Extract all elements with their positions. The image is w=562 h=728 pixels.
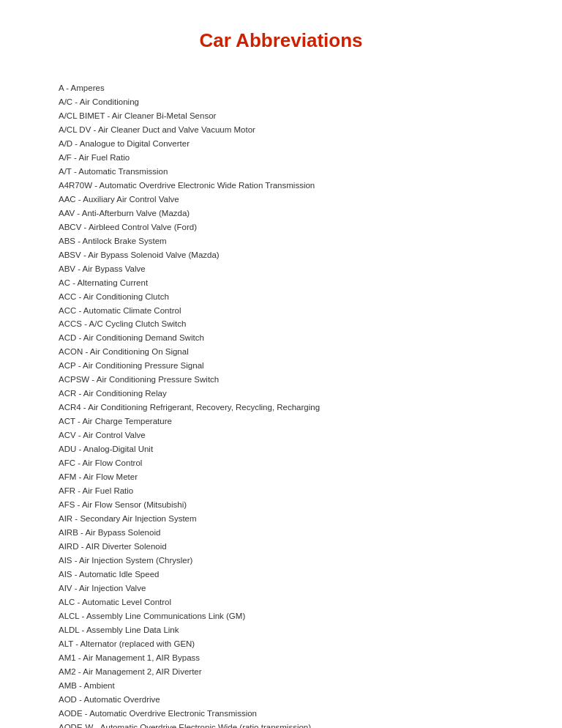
list-item: ACR4 - Air Conditioning Refrigerant, Rec… — [59, 401, 503, 415]
list-item: ACV - Air Control Valve — [59, 428, 503, 442]
list-item: AIR - Secondary Air Injection System — [59, 512, 503, 526]
list-item: ABCV - Airbleed Control Valve (Ford) — [59, 220, 503, 234]
list-item: AODE-W - Automatic Overdrive Electronic … — [59, 721, 503, 728]
list-item: AM2 - Air Management 2, AIR Diverter — [59, 665, 503, 679]
list-item: A - Amperes — [59, 81, 503, 95]
list-item: ALCL - Assembly Line Communications Link… — [59, 609, 503, 623]
page-container: Car Abbreviations A - AmperesA/C - Air C… — [0, 0, 562, 728]
list-item: AFM - Air Flow Meter — [59, 470, 503, 484]
list-item: AFR - Air Fuel Ratio — [59, 484, 503, 498]
list-item: ADU - Analog-Digital Unit — [59, 442, 503, 456]
list-item: AMB - Ambient — [59, 679, 503, 693]
list-item: ACP - Air Conditioning Pressure Signal — [59, 359, 503, 373]
list-item: ACPSW - Air Conditioning Pressure Switch — [59, 373, 503, 387]
list-item: A/CL BIMET - Air Cleaner Bi-Metal Sensor — [59, 109, 503, 123]
list-item: AODE - Automatic Overdrive Electronic Tr… — [59, 707, 503, 721]
list-item: AFC - Air Flow Control — [59, 456, 503, 470]
list-item: ALT - Alternator (replaced with GEN) — [59, 637, 503, 651]
list-item: A/T - Automatic Transmission — [59, 165, 503, 179]
list-item: AIRB - Air Bypass Solenoid — [59, 526, 503, 540]
list-item: ACON - Air Conditioning On Signal — [59, 345, 503, 359]
list-item: A/D - Analogue to Digital Converter — [59, 137, 503, 151]
page-title: Car Abbreviations — [59, 29, 503, 52]
list-item: ACCS - A/C Cycling Clutch Switch — [59, 317, 503, 331]
list-item: AIV - Air Injection Valve — [59, 582, 503, 595]
abbreviations-list: A - AmperesA/C - Air ConditioningA/CL BI… — [59, 81, 503, 728]
list-item: AC - Alternating Current — [59, 276, 503, 290]
list-item: AAV - Anti-Afterburn Valve (Mazda) — [59, 207, 503, 220]
list-item: ACD - Air Conditioning Demand Switch — [59, 331, 503, 345]
list-item: ABSV - Air Bypass Solenoid Valve (Mazda) — [59, 248, 503, 262]
list-item: ALC - Automatic Level Control — [59, 595, 503, 609]
list-item: A/F - Air Fuel Ratio — [59, 151, 503, 165]
list-item: ABS - Antilock Brake System — [59, 234, 503, 248]
list-item: A/CL DV - Air Cleaner Duct and Valve Vac… — [59, 123, 503, 137]
list-item: A/C - Air Conditioning — [59, 95, 503, 109]
list-item: ALDL - Assembly Line Data Link — [59, 623, 503, 637]
list-item: ACC - Air Conditioning Clutch — [59, 290, 503, 304]
list-item: AAC - Auxiliary Air Control Valve — [59, 193, 503, 207]
list-item: ACT - Air Charge Temperature — [59, 415, 503, 428]
list-item: AIRD - AIR Diverter Solenoid — [59, 540, 503, 554]
list-item: ACR - Air Conditioning Relay — [59, 387, 503, 401]
list-item: ABV - Air Bypass Valve — [59, 262, 503, 276]
list-item: AOD - Automatic Overdrive — [59, 693, 503, 707]
list-item: AIS - Automatic Idle Speed — [59, 568, 503, 582]
list-item: AM1 - Air Management 1, AIR Bypass — [59, 651, 503, 665]
list-item: A4R70W - Automatic Overdrive Electronic … — [59, 179, 503, 193]
list-item: AFS - Air Flow Sensor (Mitsubishi) — [59, 498, 503, 512]
list-item: AIS - Air Injection System (Chrysler) — [59, 554, 503, 568]
list-item: ACC - Automatic Climate Control — [59, 304, 503, 318]
